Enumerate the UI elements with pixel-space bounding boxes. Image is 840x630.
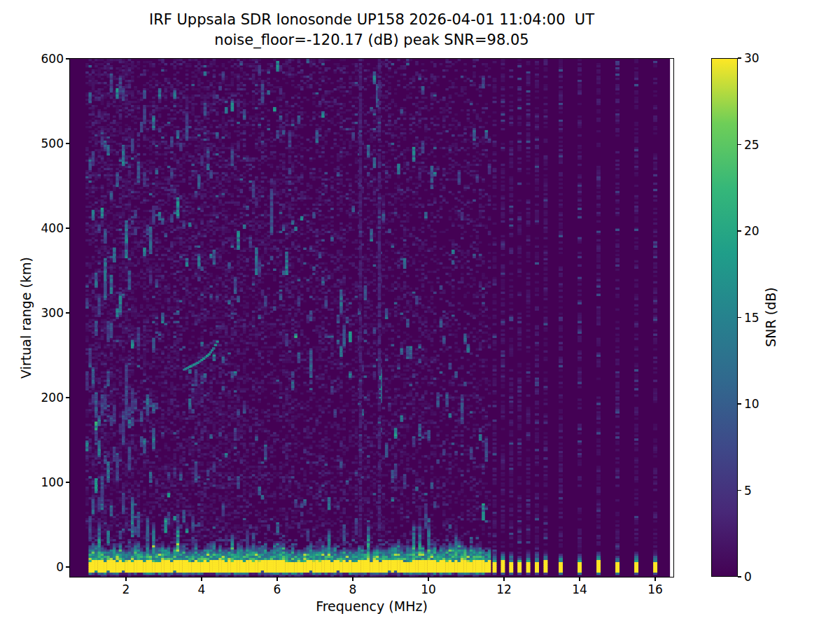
x-axis-label: Frequency (MHz) — [70, 598, 673, 614]
x-tick-label: 12 — [496, 582, 512, 596]
y-tick-mark — [66, 143, 70, 144]
ionogram-heatmap — [70, 59, 673, 577]
colorbar-tick-label: 25 — [744, 138, 760, 152]
colorbar-tick-label: 5 — [744, 484, 752, 498]
chart-title-line1: IRF Uppsala SDR Ionosonde UP158 2026-04-… — [70, 10, 673, 30]
colorbar-tick-label: 0 — [744, 570, 752, 584]
x-tick-mark — [352, 578, 354, 581]
ionogram-figure: IRF Uppsala SDR Ionosonde UP158 2026-04-… — [0, 0, 840, 630]
y-tick-label: 600 — [41, 52, 64, 66]
x-tick-label: 14 — [572, 582, 587, 596]
y-tick-mark — [66, 482, 70, 483]
chart-title-line2: noise_floor=-120.17 (dB) peak SNR=98.05 — [70, 30, 673, 50]
y-tick-label: 100 — [41, 475, 64, 489]
colorbar — [711, 58, 738, 577]
x-tick-label: 16 — [648, 582, 663, 596]
x-tick-mark — [428, 578, 429, 581]
x-tick-mark — [125, 578, 127, 581]
y-axis-label: Virtual range (km) — [18, 257, 34, 379]
colorbar-tick-mark — [738, 576, 741, 578]
y-tick-mark — [66, 227, 70, 229]
x-tick-label: 6 — [274, 582, 281, 596]
x-tick-mark — [654, 578, 656, 581]
colorbar-tick-mark — [738, 403, 741, 405]
y-tick-label: 0 — [56, 560, 64, 574]
colorbar-tick-mark — [738, 230, 741, 232]
x-tick-label: 10 — [421, 582, 436, 596]
x-tick-mark — [503, 578, 505, 581]
y-tick-mark — [66, 397, 70, 398]
colorbar-tick-label: 15 — [744, 311, 760, 325]
colorbar-tick-label: 20 — [744, 224, 760, 238]
colorbar-tick-label: 10 — [744, 397, 760, 411]
y-tick-label: 200 — [41, 391, 64, 405]
y-tick-label: 500 — [41, 136, 64, 150]
colorbar-tick-label: 30 — [744, 51, 760, 65]
x-tick-mark — [201, 578, 202, 581]
y-tick-label: 400 — [41, 221, 64, 235]
colorbar-tick-mark — [738, 490, 741, 491]
colorbar-tick-mark — [738, 144, 741, 146]
x-tick-label: 4 — [198, 582, 206, 596]
x-tick-mark — [276, 578, 278, 581]
y-tick-mark — [66, 566, 70, 568]
colorbar-label: SNR (dB) — [763, 287, 778, 346]
x-tick-label: 8 — [349, 582, 357, 596]
y-tick-label: 300 — [41, 306, 64, 320]
colorbar-tick-mark — [738, 57, 741, 59]
x-tick-mark — [579, 578, 580, 581]
chart-title: IRF Uppsala SDR Ionosonde UP158 2026-04-… — [70, 10, 673, 50]
x-tick-label: 2 — [122, 582, 130, 596]
y-tick-mark — [66, 312, 70, 314]
y-tick-mark — [66, 58, 70, 59]
colorbar-tick-mark — [738, 317, 741, 318]
